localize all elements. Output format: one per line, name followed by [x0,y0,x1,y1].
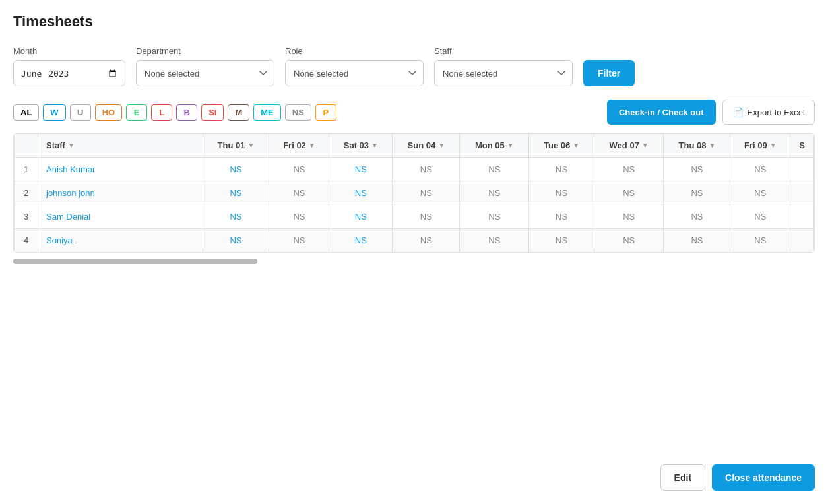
row-cell: NS [594,181,664,205]
table-row: 1Anish KumarNSNSNSNSNSNSNSNSNS [15,158,814,181]
row-staff-name[interactable]: johnson john [38,181,203,205]
timesheet-table: Staff ▼ Thu 01 ▼ Fri 02 ▼ [14,133,814,253]
scrollbar-thumb[interactable] [13,259,257,264]
col-fri09: Fri 09 ▼ [730,134,790,158]
legend-w[interactable]: W [43,104,65,121]
staff-sort-icon[interactable]: ▼ [68,142,75,149]
row-cell: NS [393,229,460,253]
row-cell: NS [460,158,529,181]
row-cell: NS [269,229,329,253]
month-filter-group: Month [13,46,125,86]
bottom-actions: Edit Close attendance [660,464,815,491]
thu01-sort-icon[interactable]: ▼ [248,142,255,149]
thu08-sort-icon[interactable]: ▼ [709,142,715,149]
wed07-sort-icon[interactable]: ▼ [642,142,649,149]
table-row: 4Soniya .NSNSNSNSNSNSNSNSNS [15,229,814,253]
col-index [15,134,38,158]
month-label: Month [13,46,125,56]
row-staff-name[interactable]: Sam Denial [38,205,203,229]
close-attendance-button[interactable]: Close attendance [712,464,815,491]
col-staff: Staff ▼ [38,134,203,158]
legend-ho[interactable]: HO [95,104,123,121]
row-cell: NS [203,181,269,205]
row-cell: NS [730,158,790,181]
table-body: 1Anish KumarNSNSNSNSNSNSNSNSNS2johnson j… [15,158,814,253]
legend-u[interactable]: U [70,104,91,121]
row-cell: NS [203,158,269,181]
row-staff-name[interactable]: Soniya . [38,229,203,253]
row-cell: NS [529,158,594,181]
row-cell: NS [529,181,594,205]
row-index: 3 [15,205,38,229]
legend-e[interactable]: E [126,104,147,121]
filter-button[interactable]: Filter [583,60,635,86]
month-input[interactable] [13,60,125,86]
row-cell: NS [594,229,664,253]
staff-filter-group: Staff None selected [434,46,573,86]
sat03-sort-icon[interactable]: ▼ [371,142,378,149]
col-tue06-label: Tue 06 [544,141,570,150]
filters-row: Month Department None selected Role None… [13,46,815,86]
legend-l[interactable]: L [151,104,172,121]
export-excel-button[interactable]: 📄 Export to Excel [722,100,815,125]
row-cell: NS [329,181,393,205]
sun04-sort-icon[interactable]: ▼ [438,142,445,149]
horizontal-scrollbar[interactable] [13,259,257,264]
row-cell: NS [664,158,730,181]
col-tue06: Tue 06 ▼ [529,134,594,158]
col-sun04-label: Sun 04 [408,141,436,150]
fri09-sort-icon[interactable]: ▼ [770,142,777,149]
legend-si[interactable]: SI [201,104,224,121]
row-staff-name[interactable]: Anish Kumar [38,158,203,181]
col-wed07: Wed 07 ▼ [594,134,664,158]
legend-b[interactable]: B [176,104,197,121]
row-cell: NS [730,229,790,253]
legend-me[interactable]: ME [253,104,281,121]
row-cell: NS [269,181,329,205]
row-cell: NS [393,158,460,181]
col-thu01-label: Thu 01 [218,141,245,150]
edit-button[interactable]: Edit [660,464,705,491]
department-label: Department [136,46,274,56]
col-thu01: Thu 01 ▼ [203,134,269,158]
col-sat03: Sat 03 ▼ [329,134,393,158]
legend-m[interactable]: M [228,104,249,121]
row-cell: NS [460,205,529,229]
table-row: 2johnson johnNSNSNSNSNSNSNSNSNS [15,181,814,205]
row-cell [790,205,814,229]
checkin-checkout-button[interactable]: Check-in / Check out [607,100,716,125]
legend-p[interactable]: P [315,104,336,121]
col-sat03-label: Sat 03 [344,141,369,150]
row-cell: NS [203,229,269,253]
row-cell: NS [269,158,329,181]
fri02-sort-icon[interactable]: ▼ [309,142,315,149]
staff-select[interactable]: None selected [434,60,573,86]
legend-ns[interactable]: NS [285,104,311,121]
table-row: 3Sam DenialNSNSNSNSNSNSNSNSNS [15,205,814,229]
row-cell [790,158,814,181]
col-fri02: Fri 02 ▼ [269,134,329,158]
row-cell: NS [269,205,329,229]
row-cell: NS [393,181,460,205]
legend-al[interactable]: AL [13,104,39,121]
row-cell: NS [203,205,269,229]
row-cell: NS [329,158,393,181]
export-label: Export to Excel [748,108,805,117]
tue06-sort-icon[interactable]: ▼ [573,142,579,149]
col-thu08: Thu 08 ▼ [664,134,730,158]
role-select[interactable]: None selected [285,60,424,86]
department-filter-group: Department None selected [136,46,274,86]
department-select[interactable]: None selected [136,60,274,86]
row-cell: NS [730,205,790,229]
row-index: 2 [15,181,38,205]
row-cell: NS [664,181,730,205]
col-thu08-label: Thu 08 [679,141,707,150]
role-label: Role [285,46,424,56]
row-cell: NS [393,205,460,229]
row-index: 1 [15,158,38,181]
row-cell: NS [730,181,790,205]
row-cell: NS [460,229,529,253]
mon05-sort-icon[interactable]: ▼ [507,142,514,149]
row-cell: NS [664,205,730,229]
row-cell: NS [594,158,664,181]
